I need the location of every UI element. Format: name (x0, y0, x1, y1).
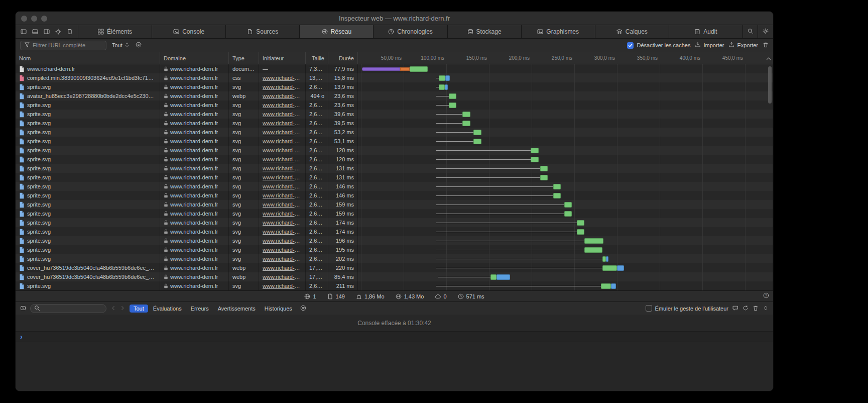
initiator-link[interactable]: www.richard-d… (263, 174, 302, 180)
table-row[interactable]: sprite.svgwww.richard-dern.frsvgwww.rich… (16, 254, 773, 263)
console-scope-historiques[interactable]: Historiques (261, 305, 296, 313)
table-row[interactable]: sprite.svgwww.richard-dern.frsvgwww.rich… (16, 164, 773, 173)
column-header-initiateur[interactable]: Initiateur (259, 52, 306, 64)
console-scope-erreurs[interactable]: Erreurs (187, 305, 213, 313)
table-row[interactable]: sprite.svgwww.richard-dern.frsvgwww.rich… (16, 128, 773, 137)
tab-calques[interactable]: Calques (595, 25, 669, 38)
scroll-up-stepper-icon[interactable] (766, 56, 771, 62)
column-header-type[interactable]: Type (229, 52, 259, 64)
settings-button[interactable] (758, 25, 773, 38)
url-filter-input[interactable] (33, 42, 98, 48)
console-resize-button[interactable] (763, 305, 769, 312)
column-header-domaine[interactable]: Domaine (160, 52, 229, 64)
import-button[interactable]: Importer (695, 42, 724, 49)
console-scope-tout[interactable]: Tout (130, 305, 148, 313)
table-row[interactable]: sprite.svgwww.richard-dern.frsvgwww.rich… (16, 218, 773, 227)
dock-bottom-icon[interactable] (32, 29, 38, 35)
table-row[interactable]: sprite.svgwww.richard-dern.frsvgwww.rich… (16, 191, 773, 200)
initiator-link[interactable]: www.richard-d… (263, 256, 302, 262)
initiator-link[interactable]: www.richard-d… (263, 183, 302, 189)
tab-reseau[interactable]: Réseau (300, 25, 374, 38)
initiator-link[interactable]: www.richard-d… (263, 211, 302, 217)
emulate-gesture-control[interactable]: Émuler le geste de l'utilisateur (646, 305, 728, 312)
initiator-link[interactable]: www.richard-d… (263, 247, 302, 253)
table-row[interactable]: www.richard-dern.frwww.richard-dern.frdo… (16, 64, 773, 73)
tab-chronologies[interactable]: Chronologies (374, 25, 447, 38)
tab-stockage[interactable]: Stockage (448, 25, 522, 38)
initiator-link[interactable]: www.richard-d… (263, 138, 302, 144)
table-row[interactable]: sprite.svgwww.richard-dern.frsvgwww.rich… (16, 227, 773, 236)
console-scope-evaluations[interactable]: Évaluations (149, 305, 186, 313)
dock-left-icon[interactable] (21, 29, 27, 35)
console-search-field[interactable] (30, 304, 106, 313)
url-filter-field[interactable] (20, 41, 106, 50)
table-row[interactable]: sprite.svgwww.richard-dern.frsvgwww.rich… (16, 110, 773, 119)
clear-console-button[interactable] (742, 305, 749, 312)
column-header-taille[interactable]: Taille (306, 52, 328, 64)
vertical-scrollbar[interactable] (768, 66, 772, 104)
column-header-nom[interactable]: Nom (16, 52, 160, 64)
table-row[interactable]: sprite.svgwww.richard-dern.frsvgwww.rich… (16, 200, 773, 209)
help-button[interactable]: ? (763, 292, 769, 299)
initiator-link[interactable]: www.richard-d… (263, 93, 302, 99)
console-filter-options-button[interactable] (300, 305, 306, 312)
initiator-link[interactable]: www.richard-d… (263, 274, 302, 280)
minimize-window-button[interactable] (31, 16, 37, 22)
tab-audit[interactable]: Audit (669, 25, 743, 38)
table-row[interactable]: sprite.svgwww.richard-dern.frsvgwww.rich… (16, 236, 773, 245)
emulate-gesture-checkbox[interactable] (646, 305, 652, 312)
console-scope-picker-button[interactable] (20, 305, 26, 312)
initiator-link[interactable]: www.richard-d… (263, 84, 302, 90)
console-scope-avertissements[interactable]: Avertissements (214, 305, 260, 313)
table-row[interactable]: sprite.svgwww.richard-dern.frsvgwww.rich… (16, 146, 773, 155)
resource-type-dropdown[interactable]: Tout (111, 42, 131, 49)
table-row[interactable]: sprite.svgwww.richard-dern.frsvgwww.rich… (16, 182, 773, 191)
previous-result-button[interactable] (110, 305, 116, 312)
column-header-duree[interactable]: Durée (328, 52, 358, 64)
tab-graphismes[interactable]: Graphismes (522, 25, 595, 38)
initiator-link[interactable]: www.richard-d… (263, 147, 302, 153)
initiator-link[interactable]: www.richard-d… (263, 265, 302, 271)
dock-right-icon[interactable] (44, 29, 50, 35)
console-prompt-row[interactable]: › (16, 332, 773, 342)
disable-caches-checkbox[interactable] (627, 42, 634, 49)
next-result-button[interactable] (119, 305, 126, 312)
initiator-link[interactable]: www.richard-d… (263, 129, 302, 135)
table-row[interactable]: cover_hu736519dc3b5040cfa48b6b559b6de6ec… (16, 263, 773, 272)
console-search-input[interactable] (42, 306, 97, 312)
initiator-link[interactable]: www.richard-d… (263, 102, 302, 108)
filter-options-button[interactable] (136, 42, 142, 49)
initiator-link[interactable]: www.richard-d… (263, 229, 302, 235)
table-row[interactable]: cover_hu736519dc3b5040cfa48b6b559b6de6ec… (16, 272, 773, 281)
table-row[interactable]: avatar_hu85ecc3e298728880b0bde2dcc4e5c23… (16, 91, 773, 100)
table-row[interactable]: compiled.min.38390909f303624ed9e1cf1bd3f… (16, 73, 773, 82)
initiator-link[interactable]: www.richard-d… (263, 75, 302, 81)
table-row[interactable]: sprite.svgwww.richard-dern.frsvgwww.rich… (16, 173, 773, 182)
table-row[interactable]: sprite.svgwww.richard-dern.frsvgwww.rich… (16, 245, 773, 254)
clear-network-button[interactable] (763, 42, 769, 49)
disable-caches-control[interactable]: Désactiver les caches (627, 42, 690, 49)
initiator-link[interactable]: www.richard-d… (263, 165, 302, 171)
table-row[interactable]: sprite.svgwww.richard-dern.frsvgwww.rich… (16, 100, 773, 110)
initiator-link[interactable]: www.richard-d… (263, 120, 302, 126)
export-button[interactable]: Exporter (728, 42, 758, 49)
initiator-link[interactable]: www.richard-d… (263, 283, 302, 289)
tab-console[interactable]: Console (152, 25, 226, 38)
tab-sources[interactable]: Sources (226, 25, 300, 38)
zoom-window-button[interactable] (41, 16, 47, 22)
console-messages-button[interactable] (732, 305, 738, 312)
table-row[interactable]: sprite.svgwww.richard-dern.frsvgwww.rich… (16, 137, 773, 146)
table-row[interactable]: sprite.svgwww.richard-dern.frsvgwww.rich… (16, 209, 773, 218)
title-bar[interactable]: Inspecteur web — www.richard-dern.fr (16, 12, 773, 25)
table-row[interactable]: sprite.svgwww.richard-dern.frsvgwww.rich… (16, 119, 773, 128)
initiator-link[interactable]: www.richard-d… (263, 201, 302, 208)
table-row[interactable]: sprite.svgwww.richard-dern.frsvgwww.rich… (16, 155, 773, 164)
initiator-link[interactable]: www.richard-d… (263, 220, 302, 226)
initiator-link[interactable]: www.richard-d… (263, 156, 302, 162)
initiator-link[interactable]: www.richard-d… (263, 238, 302, 244)
table-row[interactable]: sprite.svgwww.richard-dern.frsvgwww.rich… (16, 281, 773, 290)
device-mode-icon[interactable] (67, 29, 73, 35)
close-window-button[interactable] (21, 16, 27, 22)
table-row[interactable]: sprite.svgwww.richard-dern.frsvgwww.rich… (16, 82, 773, 91)
initiator-link[interactable]: www.richard-d… (263, 111, 302, 117)
